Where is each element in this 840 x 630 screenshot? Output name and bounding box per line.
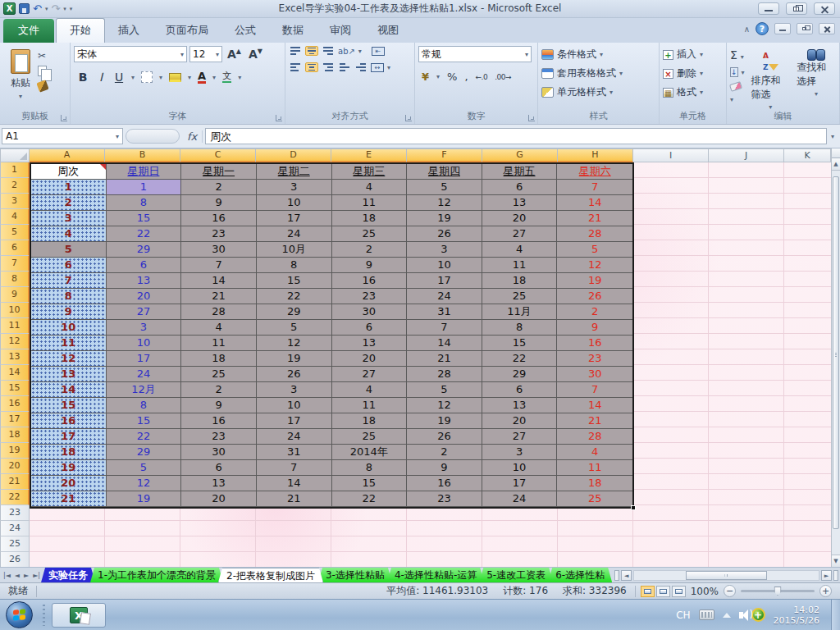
cell[interactable]: 19	[407, 413, 482, 429]
cell[interactable]: 6	[482, 382, 558, 398]
insert-function-icon[interactable]: fx	[182, 130, 203, 143]
row-header-13[interactable]: 13	[0, 349, 30, 365]
cell[interactable]: 24	[482, 491, 558, 507]
grow-font-icon[interactable]: A▲	[225, 48, 244, 61]
format-as-table-button[interactable]: 套用表格格式▾	[541, 66, 655, 80]
ribbon-tab-文件[interactable]: 文件	[3, 19, 54, 43]
cell[interactable]: 4	[482, 242, 558, 258]
cell[interactable]: 12月	[107, 382, 182, 398]
cell[interactable]: 30	[181, 445, 257, 460]
row-header-15[interactable]: 15	[0, 381, 30, 396]
cell[interactable]: 2	[557, 304, 632, 320]
cell[interactable]: 8	[257, 258, 332, 273]
italic-button[interactable]: I	[95, 71, 107, 84]
cell[interactable]: 17	[257, 413, 332, 429]
cell[interactable]: 18	[557, 476, 632, 491]
column-header-B[interactable]: B	[105, 148, 180, 162]
cell[interactable]: 6	[181, 460, 257, 476]
cell[interactable]: 11	[557, 460, 632, 476]
start-button[interactable]	[6, 601, 33, 628]
find-select-button[interactable]: 查找和选择▾	[797, 46, 836, 109]
cell[interactable]: 21	[407, 351, 482, 367]
cell[interactable]: 7	[31, 273, 107, 289]
cell[interactable]: 8	[482, 320, 558, 336]
decrease-decimal-icon[interactable]: .00→	[495, 73, 511, 81]
sheet-tab-实验任务[interactable]: 实验任务	[41, 568, 95, 582]
cell[interactable]: 15	[107, 413, 182, 429]
scroll-left-icon[interactable]: ◄	[621, 570, 632, 581]
cell[interactable]: 14	[557, 195, 632, 211]
row-header-16[interactable]: 16	[0, 396, 30, 412]
cell[interactable]: 12	[257, 336, 332, 351]
split-handle[interactable]	[832, 148, 840, 158]
cell[interactable]: 4	[332, 180, 408, 195]
cell[interactable]: 15	[482, 336, 558, 351]
number-format-combobox[interactable]: 常规▾	[418, 46, 532, 62]
sheet-tab-3-选择性粘贴[interactable]: 3-选择性粘贴	[318, 568, 392, 582]
row-header-25[interactable]: 25	[0, 536, 30, 552]
workbook-restore-button[interactable]	[797, 23, 813, 34]
cell[interactable]: 9	[181, 195, 257, 211]
cell[interactable]: 11	[332, 195, 408, 211]
zoom-level[interactable]: 100%	[691, 586, 719, 597]
cell[interactable]: 21	[557, 413, 632, 429]
sheet-tab-4-选择性粘贴-运算[interactable]: 4-选择性粘贴-运算	[387, 568, 484, 582]
accounting-format-icon[interactable]: ¥	[422, 71, 429, 83]
cell[interactable]: 20	[31, 476, 107, 491]
formula-bar-splitter[interactable]	[126, 129, 180, 144]
cell[interactable]: 23	[332, 289, 408, 304]
taskbar-clock[interactable]: 14:02 2015/5/26	[774, 605, 823, 626]
clipboard-dialog-launcher-icon[interactable]	[61, 115, 67, 121]
cell[interactable]: 17	[31, 429, 107, 445]
ribbon-tab-审阅[interactable]: 审阅	[317, 19, 364, 43]
prev-sheet-icon[interactable]: ◄	[15, 572, 20, 579]
language-indicator[interactable]: CH	[676, 609, 690, 621]
tab-split-handle-right[interactable]	[833, 570, 838, 581]
insert-cells-button[interactable]: +插入▾	[663, 48, 723, 62]
row-header-14[interactable]: 14	[0, 365, 30, 381]
phonetic-dropdown-icon[interactable]: ▾	[238, 74, 241, 81]
cell[interactable]: 18	[181, 351, 257, 367]
row-header-19[interactable]: 19	[0, 443, 30, 459]
cell[interactable]: 20	[482, 211, 558, 226]
last-sheet-icon[interactable]: ►|	[33, 572, 40, 579]
cell[interactable]: 6	[107, 258, 182, 273]
ribbon-tab-数据[interactable]: 数据	[269, 19, 317, 43]
align-middle-icon[interactable]	[305, 46, 318, 56]
format-cells-button[interactable]: ▦格式▾	[663, 85, 723, 99]
row-header-9[interactable]: 9	[0, 287, 30, 303]
row-header-22[interactable]: 22	[0, 490, 30, 505]
cell[interactable]: 25	[332, 226, 408, 242]
cell[interactable]: 10月	[257, 242, 332, 258]
cell[interactable]: 16	[181, 413, 257, 429]
help-icon[interactable]: ?	[756, 22, 769, 35]
cell[interactable]: 11	[332, 398, 408, 413]
cell[interactable]: 21	[181, 289, 257, 304]
cell[interactable]: 6	[482, 180, 558, 195]
font-name-combobox[interactable]: 宋体▾	[74, 46, 187, 62]
cell[interactable]: 15	[332, 476, 408, 491]
format-painter-icon[interactable]	[36, 80, 48, 92]
paste-button[interactable]: 粘贴 ▾	[3, 46, 38, 109]
tab-split-handle[interactable]	[614, 570, 619, 581]
cell[interactable]: 24	[257, 429, 332, 445]
cell[interactable]: 27	[482, 226, 558, 242]
cell[interactable]: 28	[181, 304, 257, 320]
volume-icon[interactable]	[739, 612, 743, 619]
column-header-G[interactable]: G	[482, 148, 558, 162]
cell[interactable]: 20	[482, 413, 558, 429]
cell[interactable]: 5	[407, 180, 482, 195]
cell[interactable]: 28	[407, 367, 482, 382]
row-header-11[interactable]: 11	[0, 318, 30, 334]
cell[interactable]: 20	[181, 491, 257, 507]
increase-decimal-icon[interactable]: ←.0	[476, 73, 488, 81]
zoom-in-icon[interactable]: +	[819, 585, 832, 597]
cell[interactable]: 5	[31, 242, 107, 258]
cell[interactable]: 23	[181, 226, 257, 242]
minimize-button[interactable]	[758, 2, 779, 15]
delete-cells-button[interactable]: ×删除▾	[663, 66, 723, 80]
cell[interactable]: 30	[181, 242, 257, 258]
cell[interactable]: 3	[482, 445, 558, 460]
cell[interactable]: 17	[407, 273, 482, 289]
cell[interactable]: 21	[257, 491, 332, 507]
